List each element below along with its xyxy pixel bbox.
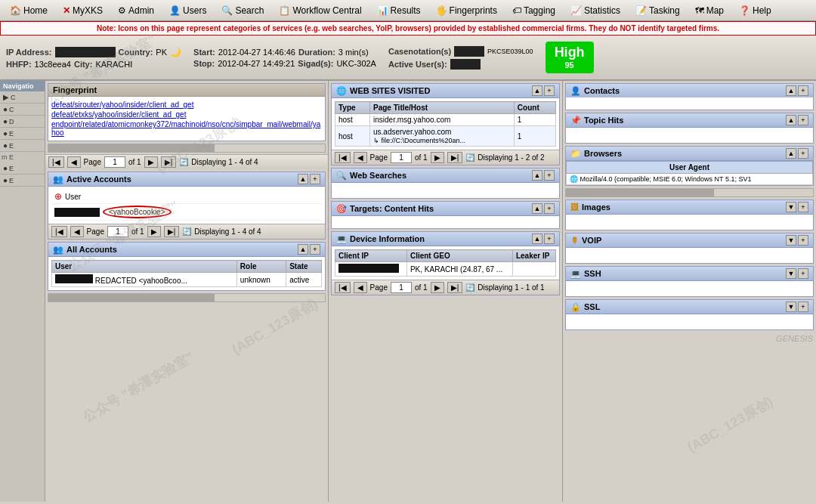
- di-first-btn[interactable]: |◀: [335, 282, 351, 293]
- menu-fingerprints[interactable]: 🖐 Fingerprints: [429, 3, 504, 18]
- nav-side-d[interactable]: ● D: [0, 116, 45, 128]
- nav-side-e2[interactable]: ● E: [0, 140, 45, 152]
- voip-down-btn[interactable]: ▼: [786, 235, 796, 246]
- aa-page-input[interactable]: [107, 226, 128, 237]
- nav-side-e3[interactable]: ● E: [0, 162, 45, 175]
- di-col-ip: Client IP: [335, 250, 407, 262]
- aa-refresh-icon[interactable]: 🔄: [182, 227, 191, 236]
- horizontal-scrollbar-fp[interactable]: [48, 144, 326, 153]
- images-panel: 🖼 Images ▼ +: [565, 199, 814, 230]
- ws-prev-btn[interactable]: ◀: [354, 152, 367, 163]
- active-accounts-add-btn[interactable]: +: [310, 174, 320, 184]
- device-icon: 💻: [336, 234, 347, 244]
- aa-next-btn[interactable]: ▶: [147, 226, 161, 237]
- ssl-panel: 🔒 SSL ▼ +: [565, 299, 814, 330]
- menu-workflow[interactable]: 📋 Workflow Central: [272, 3, 368, 18]
- aa-prev-btn[interactable]: ◀: [70, 226, 84, 237]
- ws-next-btn[interactable]: ▶: [431, 152, 444, 163]
- aa-first-btn[interactable]: |◀: [51, 226, 67, 237]
- ssh-down-btn[interactable]: ▼: [786, 268, 796, 279]
- fp-page-input[interactable]: [104, 156, 125, 168]
- search-add-btn[interactable]: +: [544, 170, 555, 181]
- nav-side-e4[interactable]: ● E: [0, 175, 45, 187]
- fp-refresh-icon[interactable]: 🔄: [179, 158, 188, 166]
- all-accounts-add-btn[interactable]: +: [310, 244, 320, 255]
- web-searches-panel: 🔍 Web Searches ▲ +: [331, 168, 560, 199]
- topic-up-btn[interactable]: ▲: [786, 115, 796, 125]
- fp-link-2[interactable]: endpoint/related/atomicmonkey372/machino…: [51, 119, 322, 138]
- contacts-add-btn[interactable]: +: [798, 85, 808, 96]
- images-add-btn[interactable]: +: [798, 202, 808, 212]
- notice-bar: Note: Icons on this page represent categ…: [0, 21, 816, 36]
- bottom-scrollbar-left[interactable]: [48, 293, 326, 302]
- ssl-down-btn[interactable]: ▼: [786, 301, 796, 312]
- browsers-up-btn[interactable]: ▲: [786, 148, 796, 159]
- col-user: User: [52, 261, 237, 273]
- ws-title-0: insider.msg.yahoo.com: [370, 114, 515, 126]
- ws-add-btn[interactable]: +: [544, 85, 555, 96]
- col-right: 👤 Contacts ▲ + 📌: [563, 81, 816, 502]
- ws-page-input[interactable]: [391, 152, 412, 163]
- fp-next-btn[interactable]: ▶: [144, 156, 158, 168]
- all-accounts-content: User Role State REDACTED <yahooBcoo...: [48, 257, 325, 290]
- menu-myxks[interactable]: ✕ MyXKS: [56, 3, 110, 18]
- images-down-btn[interactable]: ▼: [786, 202, 796, 212]
- contacts-up-btn[interactable]: ▲: [786, 85, 796, 96]
- di-geo-0: PK, KARACHI (24.87, 67 ...: [406, 262, 512, 277]
- menu-results[interactable]: 📊 Results: [370, 3, 428, 18]
- fp-link-1[interactable]: defeat/etxks/yahoo/insider/client_ad_get: [51, 110, 322, 119]
- all-accounts-icon: 👥: [53, 245, 63, 255]
- fp-last-btn[interactable]: ▶|: [161, 156, 177, 168]
- targets-add-btn[interactable]: +: [544, 203, 555, 214]
- menu-search[interactable]: 🔍 Search: [215, 3, 270, 18]
- browsers-add-btn[interactable]: +: [798, 148, 808, 159]
- active-users-label: Active User(s):: [388, 60, 447, 69]
- di-last-btn[interactable]: ▶|: [447, 282, 463, 293]
- web-sites-panel: 🌐 WEB SITES VISITED ▲ + Type: [331, 83, 560, 165]
- scrollbar-thumb-right: [566, 189, 714, 196]
- di-next-btn[interactable]: ▶: [431, 282, 444, 293]
- menu-help[interactable]: ❓ Help: [732, 3, 778, 18]
- device-up-btn[interactable]: ▲: [532, 233, 542, 244]
- voip-add-btn[interactable]: +: [798, 235, 808, 246]
- expand-icon: ▶: [3, 93, 9, 101]
- all-accounts-up-btn[interactable]: ▲: [298, 244, 308, 255]
- account-redacted: [54, 208, 100, 217]
- ws-first-btn[interactable]: |◀: [335, 152, 351, 163]
- fp-link-0[interactable]: defeat/sirouter/yahoo/insider/client_ad_…: [51, 100, 322, 110]
- aa-last-btn[interactable]: ▶|: [164, 226, 180, 237]
- fp-prev-btn[interactable]: ◀: [67, 156, 81, 168]
- menu-admin[interactable]: ⚙ Admin: [111, 3, 161, 18]
- menu-users[interactable]: 👤 Users: [162, 3, 213, 18]
- horizontal-scrollbar-right[interactable]: [565, 188, 814, 197]
- hhfp-value: 13c8eea4: [35, 60, 71, 69]
- ssh-add-btn[interactable]: +: [798, 268, 808, 279]
- nav-side-expand[interactable]: ▶ C: [0, 91, 45, 104]
- scrollbar-thumb-bottom: [48, 294, 215, 301]
- menu-tasking[interactable]: 📝 Tasking: [629, 3, 687, 18]
- ws-displaying: Displaying 1 - 2 of 2: [478, 153, 544, 162]
- active-accounts-up-btn[interactable]: ▲: [298, 174, 308, 184]
- menu-tagging[interactable]: 🏷 Tagging: [505, 3, 562, 18]
- menu-statistics[interactable]: 📈 Statistics: [564, 3, 627, 18]
- ws-last-btn[interactable]: ▶|: [447, 152, 463, 163]
- fp-first-btn[interactable]: |◀: [48, 156, 64, 168]
- web-sites-header: 🌐 WEB SITES VISITED ▲ +: [332, 84, 559, 98]
- di-prev-btn[interactable]: ◀: [354, 282, 367, 293]
- ws-up-btn[interactable]: ▲: [532, 85, 542, 96]
- nav-side-c1[interactable]: ● C: [0, 104, 45, 116]
- nav-side-e1[interactable]: ● E: [0, 128, 45, 140]
- menu-home[interactable]: 🏠 Home: [3, 3, 54, 18]
- targets-header: 🎯 Targets: Content Hits ▲ +: [332, 202, 559, 216]
- di-page-input[interactable]: [391, 282, 412, 293]
- menu-map[interactable]: 🗺 Map: [688, 3, 731, 18]
- search-up-btn[interactable]: ▲: [532, 170, 542, 181]
- topic-add-btn[interactable]: +: [798, 115, 808, 125]
- ssl-add-btn[interactable]: +: [798, 301, 808, 312]
- targets-up-btn[interactable]: ▲: [532, 203, 542, 214]
- device-add-btn[interactable]: +: [544, 233, 555, 244]
- di-refresh-icon[interactable]: 🔄: [465, 283, 474, 292]
- ws-refresh-icon[interactable]: 🔄: [465, 153, 474, 162]
- fingerprint-content: defeat/sirouter/yahoo/insider/client_ad_…: [48, 97, 325, 141]
- web-icon: 🌐: [336, 86, 347, 96]
